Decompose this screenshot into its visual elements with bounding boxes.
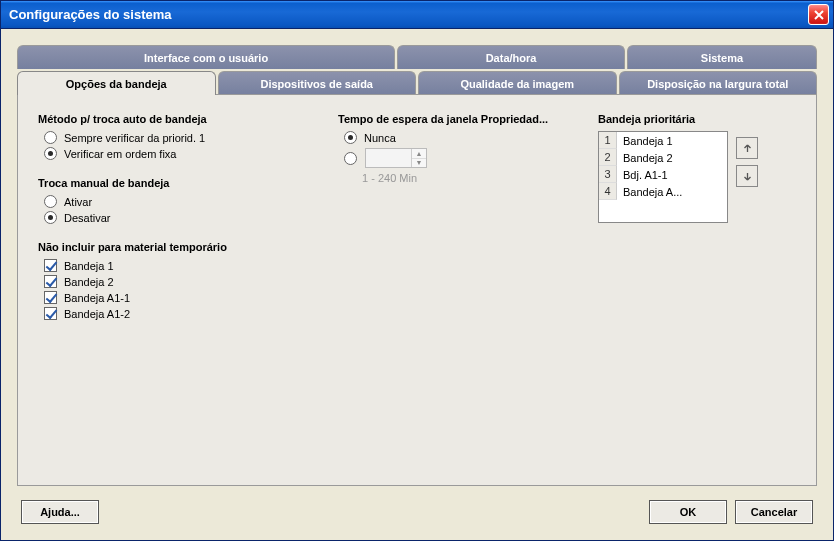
- group-timeout: Tempo de espera da janela Propriedad... …: [338, 113, 568, 184]
- tab-image-quality-label: Qualidade da imagem: [460, 78, 574, 90]
- column-left: Método p/ troca auto de bandeja Sempre v…: [38, 113, 308, 471]
- help-button-label: Ajuda...: [40, 506, 80, 518]
- panel-tray-options: Método p/ troca auto de bandeja Sempre v…: [17, 94, 817, 486]
- cancel-button[interactable]: Cancelar: [735, 500, 813, 524]
- group-manual-switch-title: Troca manual de bandeja: [38, 177, 308, 189]
- priority-move-buttons: [736, 137, 758, 187]
- titlebar: Configurações do sistema: [1, 1, 833, 29]
- tab-full-width-layout[interactable]: Disposição na largura total: [619, 71, 818, 95]
- radio-timeout-never[interactable]: Nunca: [344, 131, 568, 144]
- checkbox-label: Bandeja 2: [64, 276, 114, 288]
- radio-label: Ativar: [64, 196, 92, 208]
- checkbox-label: Bandeja A1-2: [64, 308, 130, 320]
- spinner-input[interactable]: [366, 149, 411, 167]
- check-bandeja-1[interactable]: Bandeja 1: [44, 259, 308, 272]
- timeout-hint: 1 - 240 Min: [362, 172, 568, 184]
- check-bandeja-a1-1[interactable]: Bandeja A1-1: [44, 291, 308, 304]
- radio-icon: [344, 131, 357, 144]
- client-area: Interface com o usuário Data/hora Sistem…: [1, 29, 833, 540]
- group-manual-switch: Troca manual de bandeja Ativar Desativar: [38, 177, 308, 227]
- tab-tray-options[interactable]: Opções da bandeja: [17, 71, 216, 95]
- group-exclude-title: Não incluir para material temporário: [38, 241, 308, 253]
- radio-disable-manual[interactable]: Desativar: [44, 211, 308, 224]
- priority-index: 4: [599, 183, 617, 200]
- column-middle: Tempo de espera da janela Propriedad... …: [338, 113, 568, 471]
- group-auto-switch: Método p/ troca auto de bandeja Sempre v…: [38, 113, 308, 163]
- close-button[interactable]: [808, 4, 829, 25]
- timeout-spinner[interactable]: ▲ ▼: [365, 148, 427, 168]
- tab-system-label: Sistema: [701, 52, 743, 64]
- checkbox-label: Bandeja A1-1: [64, 292, 130, 304]
- radio-icon: [44, 211, 57, 224]
- radio-label: Desativar: [64, 212, 110, 224]
- radio-check-fixed-order[interactable]: Verificar em ordem fixa: [44, 147, 308, 160]
- tab-interface-label: Interface com o usuário: [144, 52, 268, 64]
- radio-icon: [44, 147, 57, 160]
- priority-row-3[interactable]: 3 Bdj. A1-1: [599, 166, 727, 183]
- button-bar: Ajuda... OK Cancelar: [17, 496, 817, 532]
- radio-label: Nunca: [364, 132, 396, 144]
- priority-index: 2: [599, 149, 617, 166]
- tab-full-width-layout-label: Disposição na largura total: [647, 78, 788, 90]
- priority-index: 1: [599, 132, 617, 149]
- check-bandeja-2[interactable]: Bandeja 2: [44, 275, 308, 288]
- checkbox-icon: [44, 259, 57, 272]
- checkbox-icon: [44, 291, 57, 304]
- checkbox-label: Bandeja 1: [64, 260, 114, 272]
- arrow-up-icon: [743, 144, 752, 153]
- tab-interface[interactable]: Interface com o usuário: [17, 45, 395, 69]
- group-priority: Bandeja prioritária 1 Bandeja 1 2 Bandej…: [598, 113, 796, 223]
- spinner-up-icon[interactable]: ▲: [412, 149, 426, 159]
- priority-list[interactable]: 1 Bandeja 1 2 Bandeja 2 3 Bdj. A1-1: [598, 131, 728, 223]
- window: Configurações do sistema Interface com o…: [0, 0, 834, 541]
- spinner-buttons: ▲ ▼: [411, 149, 426, 167]
- help-button[interactable]: Ajuda...: [21, 500, 99, 524]
- radio-label: Verificar em ordem fixa: [64, 148, 176, 160]
- priority-label: Bandeja 2: [617, 152, 727, 164]
- group-timeout-title: Tempo de espera da janela Propriedad...: [338, 113, 568, 125]
- checkbox-icon: [44, 275, 57, 288]
- tab-output-devices[interactable]: Dispositivos de saída: [218, 71, 417, 95]
- radio-label: Sempre verificar da priorid. 1: [64, 132, 205, 144]
- tab-datetime[interactable]: Data/hora: [397, 45, 625, 69]
- tab-tray-options-label: Opções da bandeja: [66, 78, 167, 90]
- priority-row-4[interactable]: 4 Bandeja A...: [599, 183, 727, 200]
- tab-datetime-label: Data/hora: [486, 52, 537, 64]
- priority-index: 3: [599, 166, 617, 183]
- group-exclude-temp: Não incluir para material temporário Ban…: [38, 241, 308, 323]
- tab-output-devices-label: Dispositivos de saída: [261, 78, 373, 90]
- radio-timeout-value-row: ▲ ▼: [344, 148, 568, 168]
- arrow-down-icon: [743, 172, 752, 181]
- radio-icon: [44, 195, 57, 208]
- radio-icon: [44, 131, 57, 144]
- tab-image-quality[interactable]: Qualidade da imagem: [418, 71, 617, 95]
- cancel-button-label: Cancelar: [751, 506, 797, 518]
- ok-button[interactable]: OK: [649, 500, 727, 524]
- close-icon: [814, 10, 824, 20]
- priority-label: Bandeja A...: [617, 186, 727, 198]
- priority-label: Bdj. A1-1: [617, 169, 727, 181]
- button-right-group: OK Cancelar: [649, 500, 813, 524]
- move-down-button[interactable]: [736, 165, 758, 187]
- spinner-down-icon[interactable]: ▼: [412, 159, 426, 168]
- ok-button-label: OK: [680, 506, 697, 518]
- priority-row-1[interactable]: 1 Bandeja 1: [599, 132, 727, 149]
- column-right: Bandeja prioritária 1 Bandeja 1 2 Bandej…: [598, 113, 796, 471]
- radio-enable-manual[interactable]: Ativar: [44, 195, 308, 208]
- tabs-row-2: Opções da bandeja Dispositivos de saída …: [17, 71, 817, 95]
- move-up-button[interactable]: [736, 137, 758, 159]
- group-priority-title: Bandeja prioritária: [598, 113, 796, 125]
- priority-label: Bandeja 1: [617, 135, 727, 147]
- radio-always-check-priority-1[interactable]: Sempre verificar da priorid. 1: [44, 131, 308, 144]
- tabs-row-1: Interface com o usuário Data/hora Sistem…: [17, 45, 817, 69]
- group-auto-switch-title: Método p/ troca auto de bandeja: [38, 113, 308, 125]
- radio-timeout-value[interactable]: [344, 152, 357, 165]
- priority-box: 1 Bandeja 1 2 Bandeja 2 3 Bdj. A1-1: [598, 131, 796, 223]
- window-title: Configurações do sistema: [9, 7, 172, 22]
- priority-row-2[interactable]: 2 Bandeja 2: [599, 149, 727, 166]
- check-bandeja-a1-2[interactable]: Bandeja A1-2: [44, 307, 308, 320]
- checkbox-icon: [44, 307, 57, 320]
- tab-system[interactable]: Sistema: [627, 45, 817, 69]
